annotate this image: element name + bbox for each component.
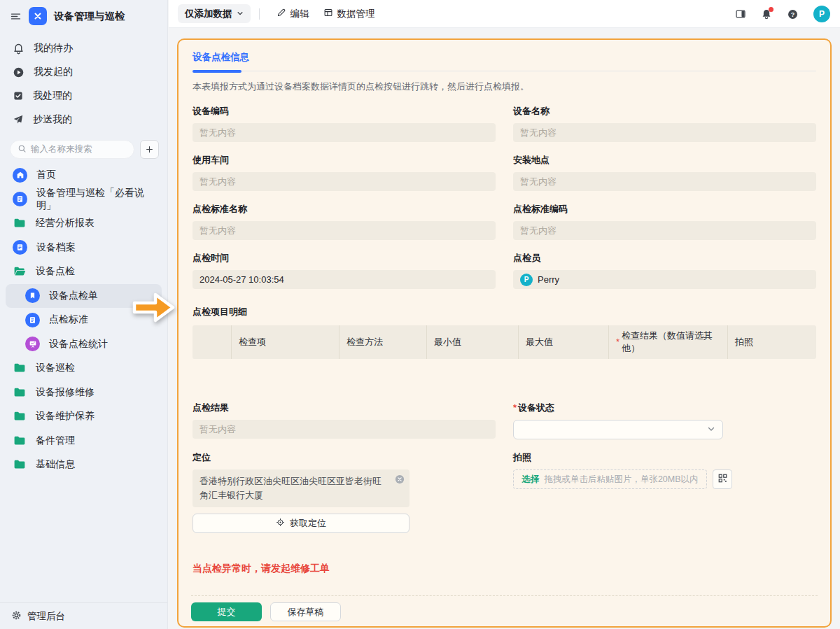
sidebar-item-label: 基础信息 [36,458,75,471]
data-manage-label: 数据管理 [337,8,375,20]
device-code-input: 暂无内容 [192,123,496,142]
topbar: 仅添加数据 编辑 数据管理 [169,0,840,28]
detail-table-title: 点检项目明细 [192,306,816,318]
sidebar: 设备管理与巡检 我的待办我发起的我处理的抄送我的 输入名称来搜索 首页设备管理与… [0,0,168,629]
home-icon [13,168,27,183]
app-root: 设备管理与巡检 我的待办我发起的我处理的抄送我的 输入名称来搜索 首页设备管理与… [0,0,840,629]
inspector-name: Perry [538,274,559,285]
locate-crosshair-icon [276,518,285,529]
sidebar-item-device-inspection[interactable]: 设备点检 [6,260,162,284]
chart-icon [25,337,40,351]
folder-icon [13,217,27,229]
gear-icon [11,610,22,623]
device-status-select[interactable] [513,420,723,439]
sidebar-item-initiated-by-me[interactable]: 我发起的 [0,60,167,84]
sidebar-search-row: 输入名称来搜索 [10,140,159,159]
save-draft-button[interactable]: 保存草稿 [270,602,341,621]
detail-table-column-3: 最小值 [427,325,519,359]
upload-hint: 拖拽或单击后粘贴图片，单张20MB以内 [544,474,698,486]
sidebar-item-label: 点检标准 [49,313,88,326]
sidebar-item-home[interactable]: 首页 [6,163,162,188]
standard-name-label: 点检标准名称 [192,203,496,215]
sidebar-item-business-analysis-report[interactable]: 经营分析报表 [6,211,162,236]
svg-text:?: ? [791,10,794,17]
collapse-sidebar-icon[interactable] [10,10,22,22]
submit-button[interactable]: 提交 [191,602,262,621]
detail-table-column-6: 拍照 [728,325,816,359]
sidebar-item-basic-info[interactable]: 基础信息 [6,453,162,477]
notification-badge [769,7,774,12]
device-name-input: 暂无内容 [513,123,816,142]
location-value: 香港特别行政区油尖旺区油尖旺区亚皆老街旺角汇丰银行大厦 [192,469,410,507]
folder-open-icon [13,265,27,278]
notifications-bell-icon[interactable] [761,8,772,20]
sidebar-header: 设备管理与巡检 [0,0,167,31]
sidebar-item-device-repair[interactable]: 设备报修维修 [6,381,162,405]
sidebar-item-device-inspection-form[interactable]: 设备点检单 [6,284,162,309]
sidebar-item-spare-parts[interactable]: 备件管理 [6,429,162,453]
upload-select-label: 选择 [522,474,539,486]
tab-underline [192,70,816,73]
detail-table-column-1: 检查项 [232,325,340,359]
sidebar-item-device-archive[interactable]: 设备档案 [6,236,162,260]
workshop-label: 使用车间 [192,154,496,167]
sidebar-item-cc-to-me[interactable]: 抄送我的 [0,108,167,132]
folder-icon [13,458,27,471]
sidebar-item-device-inspection-stats[interactable]: 设备点检统计 [6,332,162,357]
app-title: 设备管理与巡检 [54,10,125,23]
side-panel-icon[interactable] [735,8,746,20]
search-input[interactable]: 输入名称来搜索 [10,140,134,159]
workflow-list: 我的待办我发起的我处理的抄送我的 [0,36,167,132]
chevron-down-icon [707,424,715,435]
doc-icon [25,313,40,327]
folder-icon [13,362,27,374]
admin-console-link[interactable]: 管理后台 [0,602,167,629]
search-icon [18,144,27,155]
clear-location-icon[interactable] [395,474,405,484]
warning-text: 当点检异常时，请发起维修工单 [192,563,816,575]
get-location-button[interactable]: 获取定位 [192,514,410,533]
mode-dropdown-label: 仅添加数据 [185,8,232,20]
sidebar-item-inspection-standard[interactable]: 点检标准 [6,308,162,332]
detail-table-column-4: 最大值 [519,325,609,359]
install-location-input: 暂无内容 [513,172,816,191]
data-table-icon [323,8,333,20]
edit-button[interactable]: 编辑 [270,4,316,23]
sidebar-item-device-patrol[interactable]: 设备巡检 [6,356,162,381]
sidebar-item-label: 设备点检单 [49,290,98,302]
task-check-icon [13,90,24,101]
detail-table-header: 检查项检查方法最小值最大值*检查结果（数值请选其他）拍照 [192,325,816,359]
inspector-avatar: P [520,274,533,286]
folder-icon [13,386,27,399]
standard-code-input: 暂无内容 [513,221,816,240]
sidebar-item-label: 经营分析报表 [36,217,94,229]
sidebar-item-readme[interactable]: 设备管理与巡检「必看说明」 [6,188,162,212]
sidebar-item-label: 设备维护保养 [36,410,94,423]
add-button[interactable] [140,140,159,159]
sidebar-item-device-maintenance[interactable]: 设备维护保养 [6,404,162,429]
sidebar-item-label: 我发起的 [34,66,73,78]
sidebar-item-handled-by-me[interactable]: 我处理的 [0,84,167,108]
user-avatar[interactable]: P [813,6,830,22]
standard-code-label: 点检标准编码 [513,203,816,215]
sidebar-item-label: 设备点检 [36,265,75,278]
sidebar-item-label: 设备报修维修 [36,386,94,399]
main-content: 设备点检信息 本表填报方式为通过设备档案数据详情页的点检按钮进行跳转，然后进行点… [169,29,840,629]
detail-table-column-5: *检查结果（数值请选其他） [609,325,728,359]
qr-scan-button[interactable] [713,469,732,489]
doc-icon [13,192,27,206]
data-manage-button[interactable]: 数据管理 [316,4,382,23]
help-icon[interactable]: ? [787,8,799,20]
topbar-right: ? P [735,0,830,28]
detail-table-column-0 [192,325,232,359]
detail-table-body [192,359,816,390]
folder-icon [13,434,27,447]
mode-dropdown[interactable]: 仅添加数据 [178,4,251,23]
admin-console-label: 管理后台 [27,610,65,623]
sidebar-item-label: 设备巡检 [36,362,75,374]
play-circle-icon [13,66,24,78]
form-tab[interactable]: 设备点检信息 [192,51,249,70]
toolbar-divider [259,8,260,20]
photo-upload-dropzone[interactable]: 选择 拖拽或单击后粘贴图片，单张20MB以内 [513,469,707,489]
sidebar-item-my-todos[interactable]: 我的待办 [0,36,167,60]
